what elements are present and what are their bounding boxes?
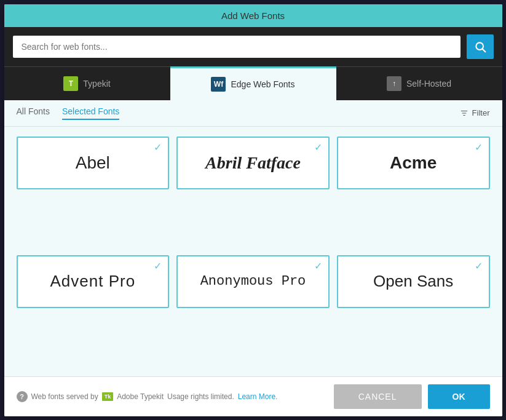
font-name-acme: Acme — [390, 153, 437, 173]
typekit-icon: T — [63, 76, 78, 91]
tab-edge-label: Edge Web Fonts — [231, 79, 295, 89]
font-card-advent[interactable]: ✓ Advent Pro — [17, 255, 170, 308]
footer-info: ? Web fonts served by Tk Adobe Typekit U… — [17, 391, 278, 402]
filter-label: Filter — [472, 108, 490, 117]
footer-provider: Adobe Typekit — [117, 392, 164, 401]
add-web-fonts-dialog: Add Web Fonts T Typekit Wf Edge Web Font… — [4, 4, 502, 416]
check-icon-opensans: ✓ — [475, 260, 483, 272]
footer-usage: Usage rights limited. — [167, 392, 234, 401]
learn-more-link[interactable]: Learn More. — [238, 392, 278, 401]
check-icon-advent: ✓ — [154, 260, 162, 272]
ok-button[interactable]: OK — [428, 384, 490, 409]
footer-prefix: Web fonts served by — [31, 392, 98, 401]
font-card-acme[interactable]: ✓ Acme — [337, 137, 490, 189]
font-name-abril: Abril Fatface — [205, 153, 301, 173]
search-button[interactable] — [467, 34, 494, 59]
search-icon — [474, 41, 486, 53]
self-hosted-icon: ↑ — [387, 76, 401, 91]
tab-typekit[interactable]: T Typekit — [4, 66, 170, 100]
filter-row: All Fonts Selected Fonts Filter — [4, 100, 502, 127]
font-card-abril[interactable]: ✓ Abril Fatface — [176, 137, 330, 189]
check-icon-anonymous: ✓ — [314, 260, 322, 272]
tab-self-hosted[interactable]: ↑ Self-Hosted — [336, 66, 502, 100]
footer: ? Web fonts served by Tk Adobe Typekit U… — [4, 376, 502, 416]
font-grid: ✓ Abel ✓ Abril Fatface ✓ Acme ✓ Advent P… — [4, 127, 502, 376]
filter-icon — [460, 109, 468, 117]
subtab-selected[interactable]: Selected Fonts — [62, 106, 119, 120]
dialog-title: Add Web Fonts — [4, 4, 502, 27]
provider-tabs: T Typekit Wf Edge Web Fonts ↑ Self-Hoste… — [4, 66, 502, 100]
cancel-button[interactable]: CANCEL — [334, 384, 422, 409]
search-bar — [4, 27, 502, 66]
check-icon-abel: ✓ — [154, 141, 162, 153]
sub-tabs: All Fonts Selected Fonts — [17, 106, 120, 120]
font-name-abel: Abel — [76, 153, 110, 173]
filter-button[interactable]: Filter — [460, 108, 490, 117]
tab-typekit-label: Typekit — [83, 79, 110, 89]
font-card-opensans[interactable]: ✓ Open Sans — [337, 255, 490, 308]
font-name-anonymous: Anonymous Pro — [200, 274, 306, 289]
check-icon-abril: ✓ — [314, 141, 322, 153]
svg-line-1 — [482, 49, 485, 52]
font-card-anonymous[interactable]: ✓ Anonymous Pro — [176, 255, 330, 308]
font-name-opensans: Open Sans — [373, 272, 453, 291]
tab-edge[interactable]: Wf Edge Web Fonts — [170, 66, 336, 100]
subtab-all[interactable]: All Fonts — [17, 106, 50, 120]
footer-actions: CANCEL OK — [334, 384, 490, 409]
typekit-badge: Tk — [102, 392, 114, 401]
font-card-abel[interactable]: ✓ Abel — [17, 137, 170, 189]
font-name-advent: Advent Pro — [50, 272, 136, 291]
search-input[interactable] — [13, 36, 461, 58]
info-icon: ? — [17, 391, 28, 402]
tab-self-hosted-label: Self-Hosted — [406, 79, 451, 89]
edge-icon: Wf — [211, 77, 226, 92]
check-icon-acme: ✓ — [475, 141, 483, 153]
